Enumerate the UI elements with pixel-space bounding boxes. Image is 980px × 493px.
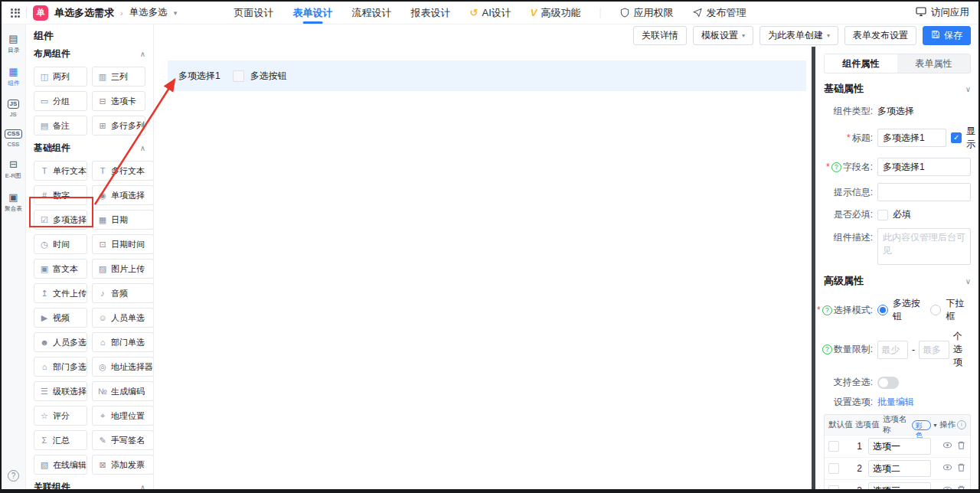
tab-form-design[interactable]: 表单设计	[293, 2, 333, 24]
mode-radio-dropdown[interactable]	[930, 305, 941, 315]
option-default-checkbox[interactable]	[828, 441, 839, 452]
trash-icon[interactable]	[956, 440, 966, 452]
rail-item-catalog[interactable]: ▤ 目录	[7, 34, 21, 55]
required-checkbox[interactable]	[877, 210, 888, 220]
palette-component-item[interactable]: ⊡ 日期时间	[92, 234, 154, 254]
palette-component-item[interactable]: ↥ 文件上传	[34, 283, 87, 303]
visit-app-button[interactable]: 访问应用	[916, 6, 969, 19]
vertical-scrollbar[interactable]	[811, 47, 816, 489]
help-icon[interactable]: ?	[8, 470, 19, 482]
template-settings-button[interactable]: 模板设置▾	[693, 26, 753, 45]
palette-component-item[interactable]: ◫ 两列	[34, 67, 87, 87]
tab-advanced-features[interactable]: V高级功能	[531, 2, 581, 24]
tab-component-properties[interactable]: 组件属性	[825, 54, 897, 73]
rail-item-aggregate-table[interactable]: ▣ 聚合表	[3, 192, 24, 214]
option-name-input[interactable]	[868, 460, 931, 477]
eye-icon[interactable]	[942, 485, 952, 489]
palette-component-item[interactable]: ☺ 人员单选	[92, 308, 154, 328]
canvas-field-multi-select[interactable]: 多项选择1 多选按钮	[168, 60, 806, 91]
save-button[interactable]: 保存	[923, 26, 971, 45]
relation-detail-button[interactable]: 关联详情	[633, 26, 687, 45]
mode-radio-checkbox-buttons[interactable]	[877, 305, 888, 315]
palette-component-item[interactable]: ▭ 分组	[34, 91, 87, 111]
title-input[interactable]	[877, 129, 946, 147]
palette-component-item[interactable]: ▦ 日期	[92, 210, 154, 230]
advanced-properties-header[interactable]: 高级属性 ∨	[824, 274, 971, 288]
palette-component-item[interactable]: ▨ 图片上传	[92, 259, 154, 279]
eye-icon[interactable]	[942, 462, 952, 475]
apps-grid-icon[interactable]	[11, 8, 20, 18]
palette-component-item[interactable]: ⊞ 多行多列	[92, 116, 145, 135]
palette-component-item[interactable]: ▤ 备注	[34, 116, 87, 135]
rail-item-er-diagram[interactable]: ⊟ E-R图	[4, 159, 23, 181]
palette-component-item[interactable]: ☆ 评分	[34, 406, 87, 426]
rail-item-css[interactable]: CSS CSS	[5, 129, 21, 148]
option-name-input[interactable]	[868, 438, 931, 455]
palette-component-item[interactable]: ▥ 三列	[92, 67, 145, 87]
option-row: 1	[825, 435, 970, 457]
tab-app-permissions[interactable]: 应用权限	[619, 2, 673, 24]
palette-component-item[interactable]: ☰ 级联选择	[34, 381, 87, 401]
form-canvas[interactable]: 多项选择1 多选按钮	[154, 47, 811, 489]
palette-component-item[interactable]: ⊠ 添加发票	[92, 455, 154, 475]
palette-component-item[interactable]: ♪ 音频	[92, 283, 154, 303]
palette-component-item[interactable]: ▣ 富文本	[34, 259, 87, 279]
breadcrumb-current[interactable]: 单选多选	[129, 6, 168, 19]
palette-section-header[interactable]: 布局组件 ∧	[34, 47, 145, 60]
option-default-checkbox[interactable]	[828, 485, 839, 489]
palette-component-item[interactable]: ◉ 单项选择	[92, 185, 154, 205]
trash-icon[interactable]	[956, 462, 966, 475]
hint-input[interactable]	[877, 183, 971, 201]
question-circle-icon[interactable]: ?	[822, 305, 832, 315]
form-publish-settings-button[interactable]: 表单发布设置	[844, 26, 916, 45]
palette-component-item[interactable]: # 数字	[34, 185, 87, 205]
palette-component-item[interactable]: ☑ 多项选择	[34, 210, 87, 230]
field-name-input[interactable]	[877, 158, 971, 176]
palette-component-item[interactable]: ⌖ 地理位置	[92, 406, 154, 426]
palette-component-item[interactable]: ✎ 手写签名	[92, 430, 154, 450]
canvas-option-checkbox[interactable]	[233, 70, 244, 82]
palette-component-item[interactable]: Σ 汇总	[34, 430, 87, 450]
palette-component-item[interactable]: ⌂ 部门单选	[92, 332, 154, 352]
palette-component-item[interactable]: T 单行文本	[34, 161, 87, 181]
palette-component-item[interactable]: ☻ 人员多选	[34, 332, 87, 352]
select-all-toggle[interactable]	[877, 377, 899, 389]
tab-publish-management[interactable]: 发布管理	[692, 2, 746, 24]
limit-min-input[interactable]	[877, 341, 908, 359]
question-circle-icon[interactable]: ?	[831, 162, 841, 172]
palette-section-header[interactable]: 基础组件 ∧	[34, 142, 145, 155]
rail-item-js[interactable]: JS JS	[8, 100, 20, 118]
caret-down-icon[interactable]: ▼	[933, 423, 938, 428]
palette-component-item[interactable]: T 多行文本	[92, 161, 154, 181]
breadcrumb-caret-icon[interactable]: ▾	[174, 9, 178, 17]
palette-component-item[interactable]: ◎ 地址选择器	[92, 357, 154, 377]
batch-edit-link[interactable]: 批量编辑	[877, 396, 914, 409]
description-textarea[interactable]	[877, 228, 971, 265]
palette-component-item[interactable]: ▶ 视频	[34, 308, 87, 328]
tab-page-design[interactable]: 页面设计	[234, 2, 274, 24]
trash-icon[interactable]	[956, 485, 966, 489]
tab-report-design[interactable]: 报表设计	[411, 2, 451, 24]
tab-flow-design[interactable]: 流程设计	[352, 2, 392, 24]
create-from-form-button[interactable]: 为此表单创建▾	[760, 26, 838, 45]
palette-component-item[interactable]: ◷ 时间	[34, 234, 87, 254]
palette-component-item[interactable]: ▧ 在线编辑	[34, 455, 87, 475]
title-show-checkbox[interactable]	[951, 132, 962, 143]
scrollbar-thumb[interactable]	[812, 47, 815, 489]
tab-ai-design[interactable]: ↺AI设计	[470, 2, 511, 24]
breadcrumb-app-title: 单选多选需求	[54, 6, 114, 20]
info-circle-icon[interactable]: i	[957, 420, 966, 429]
palette-component-item[interactable]: ⊟ 选项卡	[92, 91, 145, 111]
option-name-input[interactable]	[868, 482, 931, 489]
palette-component-item[interactable]: № 生成编码	[92, 381, 154, 401]
eye-icon[interactable]	[942, 440, 952, 452]
tab-form-properties[interactable]: 表单属性	[897, 54, 970, 73]
rail-item-components[interactable]: ▦ 组件	[7, 67, 21, 88]
option-default-checkbox[interactable]	[828, 463, 839, 474]
palette-component-item[interactable]: ⌂ 部门多选	[34, 357, 87, 377]
basic-properties-header[interactable]: 基础属性 ∨	[824, 82, 971, 96]
color-badge[interactable]: 彩色	[912, 420, 931, 430]
question-circle-icon[interactable]: ?	[822, 344, 832, 354]
palette-section-header[interactable]: 关联组件 ∧	[34, 481, 145, 489]
limit-max-input[interactable]	[919, 341, 949, 359]
